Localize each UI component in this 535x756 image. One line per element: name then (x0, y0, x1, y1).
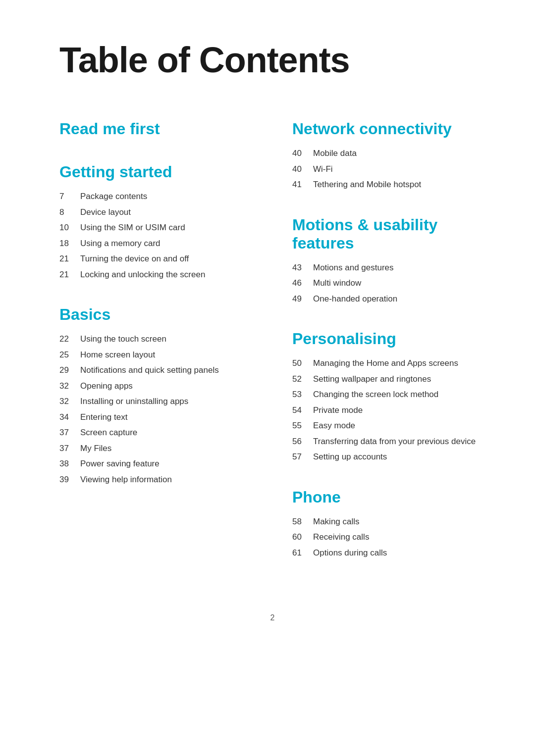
item-label: Setting up accounts (313, 451, 387, 463)
item-label: Multi window (313, 277, 361, 290)
list-item: 38 Power saving feature (59, 457, 248, 470)
item-label: Transferring data from your previous dev… (313, 435, 476, 448)
section-heading-read-me-first: Read me first (59, 120, 248, 138)
list-item: 41 Tethering and Mobile hotspot (292, 178, 485, 191)
item-label: Entering text (80, 411, 127, 424)
page-number: 21 (59, 268, 80, 281)
list-item: 7 Package contents (59, 190, 248, 203)
page-number: 7 (59, 190, 80, 203)
page-number: 21 (59, 252, 80, 265)
page-number: 54 (292, 404, 313, 417)
page-number: 37 (59, 426, 80, 439)
item-label: Using the touch screen (80, 333, 166, 346)
page-number: 10 (59, 221, 80, 234)
item-label: Motions and gestures (313, 261, 394, 274)
page-number: 53 (292, 388, 313, 401)
page-number: 41 (292, 178, 313, 191)
list-item: 57 Setting up accounts (292, 451, 485, 463)
page-number: 18 (59, 237, 80, 250)
page-number: 32 (59, 395, 80, 408)
page-number: 40 (292, 163, 313, 176)
page-number: 8 (59, 206, 80, 219)
section-basics: Basics 22 Using the touch screen 25 Home… (59, 305, 248, 486)
page-number: 37 (59, 442, 80, 455)
list-item: 60 Receiving calls (292, 531, 485, 544)
page-number: 43 (292, 261, 313, 274)
list-item: 37 Screen capture (59, 426, 248, 439)
item-label: Opening apps (80, 380, 133, 393)
network-connectivity-list: 40 Mobile data 40 Wi-Fi 41 Tethering and… (292, 147, 485, 191)
item-label: One-handed operation (313, 293, 397, 305)
list-item: 25 Home screen layout (59, 349, 248, 361)
list-item: 22 Using the touch screen (59, 333, 248, 346)
item-label: Easy mode (313, 419, 355, 432)
page-number: 61 (292, 547, 313, 559)
list-item: 32 Installing or uninstalling apps (59, 395, 248, 408)
section-heading-personalising: Personalising (292, 330, 485, 348)
item-label: Home screen layout (80, 349, 155, 361)
item-label: Wi-Fi (313, 163, 333, 176)
item-label: Mobile data (313, 147, 357, 160)
getting-started-list: 7 Package contents 8 Device layout 10 Us… (59, 190, 248, 281)
list-item: 40 Wi-Fi (292, 163, 485, 176)
list-item: 34 Entering text (59, 411, 248, 424)
page-number: 56 (292, 435, 313, 448)
list-item: 37 My Files (59, 442, 248, 455)
page-number: 57 (292, 451, 313, 463)
right-column: Network connectivity 40 Mobile data 40 W… (287, 120, 485, 584)
motions-usability-list: 43 Motions and gestures 46 Multi window … (292, 261, 485, 305)
item-label: Viewing help information (80, 473, 172, 486)
item-label: Changing the screen lock method (313, 388, 438, 401)
item-label: Using the SIM or USIM card (80, 221, 185, 234)
section-personalising: Personalising 50 Managing the Home and A… (292, 330, 485, 463)
section-read-me-first: Read me first (59, 120, 248, 138)
list-item: 32 Opening apps (59, 380, 248, 393)
section-phone: Phone 58 Making calls 60 Receiving calls… (292, 488, 485, 559)
page-number: 39 (59, 473, 80, 486)
item-label: Package contents (80, 190, 147, 203)
list-item: 61 Options during calls (292, 547, 485, 559)
item-label: Options during calls (313, 547, 387, 559)
item-label: Turning the device on and off (80, 252, 189, 265)
basics-list: 22 Using the touch screen 25 Home screen… (59, 333, 248, 486)
page-number: 60 (292, 531, 313, 544)
left-column: Read me first Getting started 7 Package … (59, 120, 258, 584)
item-label: Private mode (313, 404, 363, 417)
page-number: 32 (59, 380, 80, 393)
page-title: Table of Contents (59, 40, 485, 80)
page-number: 25 (59, 349, 80, 361)
page-number: 58 (292, 515, 313, 528)
list-item: 53 Changing the screen lock method (292, 388, 485, 401)
item-label: Managing the Home and Apps screens (313, 357, 458, 370)
page-number: 38 (59, 457, 80, 470)
item-label: Locking and unlocking the screen (80, 268, 205, 281)
page-number: 46 (292, 277, 313, 290)
section-heading-motions-usability: Motions & usability features (292, 216, 485, 252)
item-label: Receiving calls (313, 531, 369, 544)
list-item: 46 Multi window (292, 277, 485, 290)
list-item: 10 Using the SIM or USIM card (59, 221, 248, 234)
list-item: 21 Turning the device on and off (59, 252, 248, 265)
item-label: Using a memory card (80, 237, 160, 250)
page-number: 50 (292, 357, 313, 370)
list-item: 18 Using a memory card (59, 237, 248, 250)
page-number: 29 (59, 364, 80, 377)
page-number: 34 (59, 411, 80, 424)
list-item: 55 Easy mode (292, 419, 485, 432)
list-item: 21 Locking and unlocking the screen (59, 268, 248, 281)
footer-page-number: 2 (270, 613, 275, 622)
section-heading-basics: Basics (59, 305, 248, 324)
section-heading-phone: Phone (292, 488, 485, 506)
list-item: 40 Mobile data (292, 147, 485, 160)
list-item: 39 Viewing help information (59, 473, 248, 486)
list-item: 56 Transferring data from your previous … (292, 435, 485, 448)
page-number: 49 (292, 293, 313, 305)
list-item: 49 One-handed operation (292, 293, 485, 305)
item-label: Notifications and quick setting panels (80, 364, 219, 377)
list-item: 54 Private mode (292, 404, 485, 417)
item-label: Setting wallpaper and ringtones (313, 373, 431, 386)
list-item: 8 Device layout (59, 206, 248, 219)
phone-list: 58 Making calls 60 Receiving calls 61 Op… (292, 515, 485, 559)
page-number: 40 (292, 147, 313, 160)
section-motions-usability: Motions & usability features 43 Motions … (292, 216, 485, 305)
